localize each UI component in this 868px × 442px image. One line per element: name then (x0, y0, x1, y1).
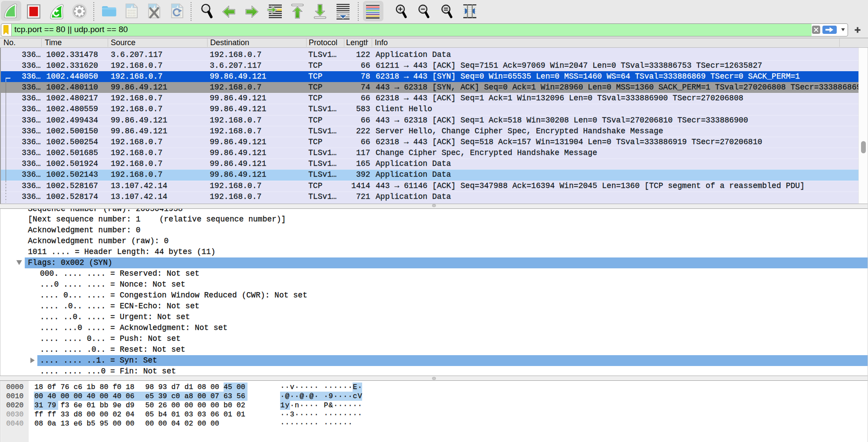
svg-text:01110: 01110 (128, 14, 136, 17)
